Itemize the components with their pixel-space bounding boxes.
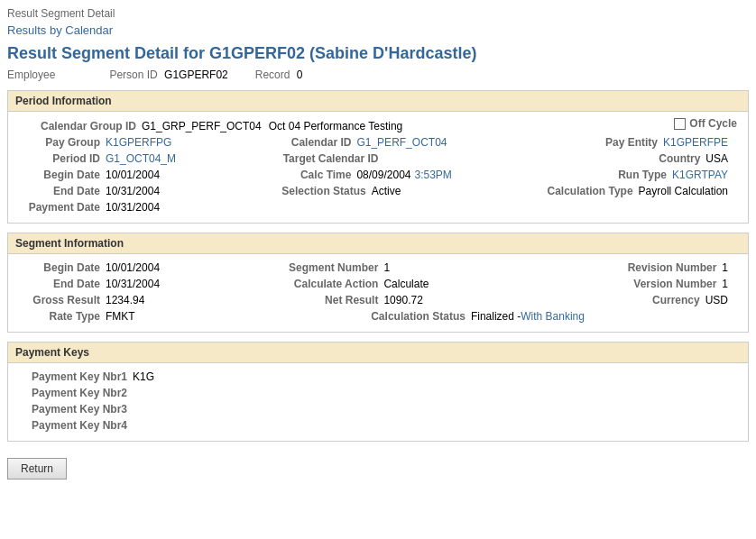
version-number-value: 1 [722,278,728,290]
payment-key4-label: Payment Key Nbr4 [19,419,127,432]
seg-begin-date-label: Begin Date [19,261,100,274]
person-id-label: Person ID [109,69,157,81]
payment-key1-value: K1G [133,370,154,383]
pay-entity-value: K1GPERFPE [663,136,728,149]
payment-keys-section: Payment Keys Payment Key Nbr1 K1G Paymen… [7,342,749,442]
seg-end-date-label: End Date [19,278,100,290]
calculate-action-label: Calculate Action [261,278,378,290]
segment-number-value: 1 [383,261,390,274]
period-information-header: Period Information [8,91,748,112]
currency-label: Currency [601,294,700,306]
gross-result-value: 1234.94 [106,294,144,306]
pay-group-label: Pay Group [19,136,100,149]
payment-keys-header: Payment Keys [8,343,748,363]
period-id-value: G1_OCT04_M [106,152,176,165]
calendar-group-id-label: Calendar Group ID [19,120,136,132]
pay-entity-label: Pay Entity [576,136,658,149]
selection-status-label: Selection Status [258,185,366,197]
net-result-value: 1090.72 [383,294,422,306]
person-id-value: G1GPERF02 [164,69,228,81]
calc-time-date: 08/09/2004 [356,169,410,181]
calc-time-label: Calc Time [261,169,351,181]
record-label: Record [255,69,290,81]
calendar-id-value: G1_PERF_OCT04 [356,136,447,149]
target-calendar-id-label: Target Calendar ID [261,152,378,165]
calendar-group-id-desc: Oct 04 Performance Testing [269,120,403,132]
run-type-label: Run Type [585,169,667,181]
gross-result-label: Gross Result [19,294,100,306]
net-result-label: Net Result [261,294,378,306]
run-type-value: K1GRTPAY [672,169,728,181]
main-heading: Result Segment Detail for G1GPERF02 (Sab… [7,44,749,63]
selection-status-value: Active [372,185,401,197]
revision-number-value: 1 [722,261,728,274]
seg-end-date-value: 10/31/2004 [106,278,160,290]
off-cycle-label: Off Cycle [689,117,737,130]
return-button[interactable]: Return [7,458,67,480]
version-number-label: Version Number [617,278,716,290]
calculate-action-value: Calculate [383,278,429,290]
record-value: 0 [297,69,303,81]
country-label: Country [619,152,700,165]
seg-begin-date-value: 10/01/2004 [106,261,160,274]
payment-key3-label: Payment Key Nbr3 [19,403,127,416]
calculation-status-link[interactable]: With Banking [521,310,585,323]
segment-information-section: Segment Information Begin Date 10/01/200… [7,233,749,333]
begin-date-value: 10/01/2004 [106,169,160,181]
payment-date-label: Payment Date [19,201,100,214]
pay-group-value: K1GPERFPG [106,136,171,149]
revision-number-label: Revision Number [617,261,716,274]
rate-type-value: FMKT [106,310,135,323]
calendar-id-label: Calendar ID [261,136,351,149]
payment-key1-label: Payment Key Nbr1 [19,370,127,383]
calculation-type-value: Payroll Calculation [639,185,728,197]
period-information-section: Period Information Calendar Group ID G1_… [7,90,749,224]
payment-date-value: 10/31/2004 [106,201,160,214]
begin-date-label: Begin Date [19,169,100,181]
end-date-value: 10/31/2004 [106,185,160,197]
calculation-type-label: Calculation Type [534,185,633,197]
currency-value: USD [705,294,728,306]
segment-number-label: Segment Number [261,261,378,274]
country-value: USA [705,152,728,165]
breadcrumb: Results by Calendar [7,23,749,37]
employee-label: Employee [7,69,55,81]
segment-information-header: Segment Information [8,233,748,254]
calendar-group-id-value: G1_GRP_PERF_OCT04 [142,120,262,132]
calculation-status-prefix: Finalized - [471,310,521,323]
calc-time-time: 3:53PM [415,169,452,181]
payment-key2-label: Payment Key Nbr2 [19,387,127,399]
period-id-label: Period ID [19,152,100,165]
end-date-label: End Date [19,185,100,197]
page-title: Result Segment Detail [7,7,749,20]
calculation-status-label: Calculation Status [348,310,466,323]
off-cycle-checkbox[interactable] [674,118,686,130]
rate-type-label: Rate Type [19,310,100,323]
